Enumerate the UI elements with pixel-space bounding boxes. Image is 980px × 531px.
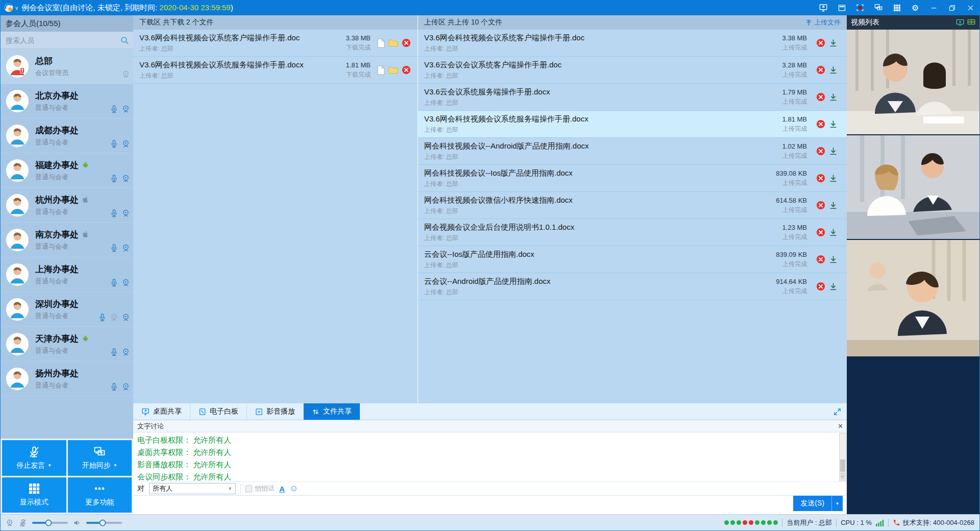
close-icon[interactable] — [961, 0, 979, 15]
upload-file-button[interactable]: 上传文件 — [805, 18, 841, 27]
download-icon[interactable] — [829, 93, 838, 102]
webcam-icon[interactable] — [121, 382, 130, 391]
upload-file-row[interactable]: 网会科技视频会议--Ios版产品使用指南.docx 上传者: 总部 839.08… — [418, 165, 847, 192]
video-thumbnail[interactable] — [847, 30, 979, 135]
more-functions-button[interactable]: 更多功能 — [68, 477, 132, 513]
participant-row[interactable]: 深圳办事处 普通与会者 — [1, 292, 133, 327]
webcam-icon[interactable] — [121, 174, 130, 183]
participant-row[interactable]: 总部 会议管理员 — [1, 49, 133, 84]
screen-share-icon[interactable] — [814, 0, 832, 15]
scrollbar-thumb[interactable] — [840, 460, 845, 472]
webcam-off-icon[interactable] — [121, 70, 130, 79]
delete-icon[interactable] — [816, 38, 825, 47]
send-button[interactable]: 发送(S) ▼ — [793, 496, 843, 511]
close-icon[interactable]: × — [838, 422, 843, 430]
upload-file-row[interactable]: V3.6网会科技视频会议系统服务端操作手册.docx 上传者: 总部 1.81 … — [418, 111, 847, 138]
download-icon[interactable] — [829, 228, 838, 237]
download-icon[interactable] — [829, 174, 838, 183]
upload-file-row[interactable]: 云会议--Ios版产品使用指南.docx 上传者: 总部 839.09 KB 上… — [418, 246, 847, 273]
upload-file-row[interactable]: V3.6云会议系统服务端操作手册.docx 上传者: 总部 1.79 MB 上传… — [418, 84, 847, 111]
participant-row[interactable]: 北京办事处 普通与会者 — [1, 84, 133, 118]
download-icon[interactable] — [829, 39, 838, 47]
download-icon[interactable] — [829, 282, 838, 291]
mic-icon[interactable] — [110, 139, 118, 148]
expand-icon[interactable] — [833, 407, 842, 416]
participant-row[interactable]: 成都办事处 普通与会者 — [1, 118, 133, 153]
settings-icon[interactable]: ⚙ — [906, 0, 924, 15]
upload-file-row[interactable]: 网会科技视频会议--Android版产品使用指南.docx 上传者: 总部 1.… — [418, 138, 847, 165]
webcam-icon[interactable] — [121, 209, 130, 218]
upload-file-row[interactable]: 网会视频会议企业后台使用说明书1.0.1.docx 上传者: 总部 1.23 M… — [418, 219, 847, 246]
delete-icon[interactable] — [402, 65, 411, 75]
download-icon[interactable] — [829, 147, 838, 156]
sync-screens-icon[interactable] — [869, 0, 888, 15]
mic-icon[interactable] — [110, 382, 118, 391]
mic-volume-slider[interactable] — [32, 522, 68, 524]
scrollbar-corner[interactable]: ≡ — [840, 473, 845, 480]
message-input[interactable]: 发送(S) ▼ — [133, 496, 847, 514]
speaker-icon[interactable] — [73, 519, 81, 527]
whisper-checkbox[interactable]: 悄悄话 — [246, 484, 275, 493]
mic-icon[interactable] — [110, 105, 118, 113]
open-file-icon[interactable] — [377, 65, 385, 75]
participant-row[interactable]: 福建办事处 普通与会者 — [1, 153, 133, 188]
delete-icon[interactable] — [816, 282, 825, 291]
webcam-icon[interactable] — [121, 139, 130, 148]
video-thumbnail[interactable] — [847, 240, 979, 357]
participant-row[interactable]: 杭州办事处 普通与会者 — [1, 188, 133, 223]
tab-media-playback[interactable]: 影音播放 — [247, 403, 304, 420]
open-folder-icon[interactable] — [388, 39, 398, 47]
delete-icon[interactable] — [816, 92, 825, 102]
upload-file-row[interactable]: V3.6云会议会议系统客户端操作手册.doc 上传者: 总部 3.28 MB 上… — [418, 57, 847, 84]
start-sync-button[interactable]: 开始同步▼ — [68, 440, 132, 476]
webcam-status-icon[interactable] — [6, 519, 14, 527]
mic-icon[interactable] — [110, 209, 118, 218]
video-wall-icon[interactable] — [967, 19, 975, 26]
participant-row[interactable]: 天津办事处 普通与会者 — [1, 327, 133, 361]
download-file-row[interactable]: V3.6网会科技视频会议系统客户端操作手册.doc 上传者: 总部 3.38 M… — [133, 30, 418, 57]
delete-icon[interactable] — [816, 201, 825, 210]
webcam-icon[interactable] — [121, 244, 130, 252]
search-icon[interactable] — [120, 36, 129, 45]
mic-icon[interactable] — [98, 313, 107, 322]
delete-icon[interactable] — [816, 228, 825, 237]
delete-icon[interactable] — [816, 65, 825, 75]
participant-row[interactable]: 上海办事处 普通与会者 — [1, 257, 133, 292]
webcam-off-icon[interactable] — [110, 313, 118, 322]
delete-icon[interactable] — [816, 174, 825, 183]
font-button[interactable]: A — [279, 485, 285, 493]
mic-muted-icon[interactable] — [19, 519, 27, 527]
download-icon[interactable] — [829, 201, 838, 210]
tab-desktop-share[interactable]: 桌面共享 — [133, 403, 190, 420]
download-file-row[interactable]: V3.6网会科技视频会议系统服务端操作手册.docx 上传者: 总部 1.81 … — [133, 57, 418, 84]
open-folder-icon[interactable] — [388, 66, 398, 74]
delete-icon[interactable] — [816, 147, 825, 156]
speaker-volume-slider[interactable] — [86, 522, 122, 524]
mic-icon[interactable] — [110, 174, 118, 183]
tab-whiteboard[interactable]: 电子白板 — [190, 403, 247, 420]
webcam-icon[interactable] — [121, 348, 130, 356]
webcam-icon[interactable] — [121, 278, 130, 287]
mic-icon[interactable] — [110, 244, 118, 252]
mic-icon[interactable] — [110, 348, 118, 356]
download-icon[interactable] — [829, 120, 838, 129]
delete-icon[interactable] — [816, 119, 825, 129]
record-icon[interactable] — [851, 0, 869, 15]
minimize-icon[interactable] — [924, 0, 943, 15]
grid-icon[interactable] — [888, 0, 906, 15]
participant-row[interactable]: 扬州办事处 普通与会者 — [1, 361, 133, 396]
webcam-icon[interactable] — [121, 313, 130, 322]
upload-file-row[interactable]: 云会议--Android版产品使用指南.docx 上传者: 总部 914.64 … — [418, 273, 847, 300]
download-icon[interactable] — [829, 66, 838, 75]
send-options-arrow[interactable]: ▼ — [831, 496, 843, 511]
upload-file-row[interactable]: 网会科技视频会议微信小程序快速指南.docx 上传者: 总部 614.58 KB… — [418, 192, 847, 219]
open-file-icon[interactable] — [377, 38, 385, 48]
display-mode-button[interactable]: 显示模式 — [2, 477, 66, 513]
delete-icon[interactable] — [816, 255, 825, 264]
participant-row[interactable]: 南京办事处 普通与会者 — [1, 223, 133, 257]
webcam-icon[interactable] — [121, 105, 130, 113]
window-mode-icon[interactable] — [832, 0, 851, 15]
video-layout-icon[interactable] — [956, 19, 964, 26]
stop-speaking-button[interactable]: 停止发言▼ — [2, 440, 66, 476]
recipient-select[interactable]: 所有人▼ — [149, 483, 236, 494]
